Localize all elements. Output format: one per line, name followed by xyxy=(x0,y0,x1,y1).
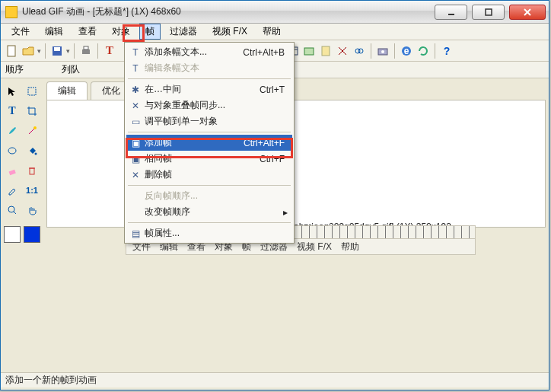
text-icon: T xyxy=(8,105,15,117)
link-icon xyxy=(353,45,365,57)
globe-icon: e xyxy=(400,45,412,57)
svg-rect-26 xyxy=(9,170,16,175)
child-menu-help[interactable]: 帮助 xyxy=(341,241,359,253)
eyedropper-tool[interactable] xyxy=(4,182,21,199)
toolbar-button[interactable] xyxy=(335,43,350,59)
new-doc-icon xyxy=(5,45,18,57)
maximize-icon xyxy=(484,8,493,17)
text-tool[interactable]: T xyxy=(4,103,21,120)
zoom-tool[interactable] xyxy=(4,202,21,218)
hand-tool[interactable] xyxy=(24,202,40,218)
minimize-button[interactable] xyxy=(435,5,467,20)
print-button[interactable] xyxy=(78,43,94,59)
svg-rect-8 xyxy=(84,46,88,49)
menuitem-add-banner-text[interactable]: T 添加条幅文本... Ctrl+Alt+B xyxy=(126,44,292,60)
eraser-tool[interactable] xyxy=(4,162,21,179)
svg-point-23 xyxy=(33,126,37,129)
menuitem-delete-frame[interactable]: ✕ 删除帧 xyxy=(126,167,292,183)
help-button[interactable]: ? xyxy=(439,43,454,59)
wand-tool[interactable] xyxy=(24,123,40,139)
clipboard-icon xyxy=(320,45,332,57)
svg-rect-6 xyxy=(54,47,60,51)
subbar-order-label: 顺序 xyxy=(5,63,24,76)
toolbar-button[interactable] xyxy=(318,43,333,59)
child-menu-videofx[interactable]: 视频 F/X xyxy=(297,241,332,253)
bucket-tool[interactable] xyxy=(24,142,40,159)
menu-filters[interactable]: 过滤器 xyxy=(164,24,203,40)
svg-rect-4 xyxy=(8,46,15,56)
same-frame-icon: ▣ xyxy=(129,153,142,165)
menu-frame[interactable]: 帧 xyxy=(139,24,161,40)
cut-icon xyxy=(336,45,349,57)
save-disk-icon xyxy=(51,45,63,57)
camera-icon xyxy=(377,45,389,57)
web-button[interactable]: e xyxy=(399,43,414,59)
menuitem-sync[interactable]: ✕ 与对象重叠帧同步... xyxy=(126,97,292,113)
brush-icon xyxy=(7,126,18,136)
menuitem-change-order[interactable]: 改变帧顺序 xyxy=(126,204,292,220)
background-color-swatch[interactable] xyxy=(24,226,40,243)
svg-rect-1 xyxy=(486,9,492,15)
foreground-color-swatch[interactable] xyxy=(4,226,21,243)
window-controls xyxy=(435,5,546,20)
text-add-icon: T xyxy=(129,46,142,59)
title-bar: Ulead GIF 动画 - [无标题*] (1X) 468x60 xyxy=(1,1,549,24)
hand-icon xyxy=(27,205,37,215)
menuitem-same-frame[interactable]: ▣ 相同帧 Ctrl+F xyxy=(126,151,292,167)
eraser-icon xyxy=(7,165,18,176)
tab-edit[interactable]: 编辑 xyxy=(46,81,88,100)
marquee-tool[interactable] xyxy=(24,83,40,100)
marquee-icon xyxy=(27,86,37,97)
toolbar-button[interactable] xyxy=(352,43,367,59)
save-button[interactable] xyxy=(49,43,65,59)
props-icon: ▤ xyxy=(129,228,142,240)
ellipse-icon xyxy=(7,145,18,156)
zoom-actual-tool[interactable]: 1:1 xyxy=(24,182,40,199)
workspace-tabs: 编辑 优化 xyxy=(46,81,546,100)
app-icon xyxy=(5,6,18,18)
toolbar-button[interactable] xyxy=(301,43,317,59)
crop-tool[interactable] xyxy=(24,103,40,120)
shortcut-label: Ctrl+Alt+B xyxy=(243,47,292,58)
close-button[interactable] xyxy=(509,5,546,20)
svg-point-24 xyxy=(8,148,16,154)
toolbar-button[interactable] xyxy=(375,43,390,59)
svg-rect-27 xyxy=(30,168,34,174)
pointer-tool[interactable] xyxy=(4,83,21,100)
print-icon xyxy=(80,45,92,57)
crop-icon xyxy=(27,106,37,116)
frame-menu-dropdown: T 添加条幅文本... Ctrl+Alt+B T 编辑条幅文本 ✱ 在…中间 C… xyxy=(124,42,295,244)
canvas-area[interactable] xyxy=(46,100,546,228)
menu-help[interactable]: 帮助 xyxy=(256,24,287,40)
zoom-11-icon: 1:1 xyxy=(26,186,38,195)
open-button[interactable] xyxy=(21,43,36,59)
trash-tool[interactable] xyxy=(24,162,40,179)
menuitem-add-frame[interactable]: ▣ 添加帧 Ctrl+Alt+F xyxy=(126,135,292,151)
menuitem-between[interactable]: ✱ 在…中间 Ctrl+T xyxy=(126,81,292,97)
menu-view[interactable]: 查看 xyxy=(72,24,103,40)
menu-bar: 文件 编辑 查看 对象 帧 过滤器 视频 F/X 帮助 xyxy=(1,24,549,40)
svg-text:e: e xyxy=(404,46,409,56)
new-button[interactable] xyxy=(4,43,19,59)
brush-tool[interactable] xyxy=(4,123,21,139)
menu-file[interactable]: 文件 xyxy=(5,24,36,40)
ellipse-tool[interactable] xyxy=(4,142,21,159)
trash-icon xyxy=(27,165,37,176)
maximize-button[interactable] xyxy=(472,5,505,20)
menuitem-frame-props[interactable]: ▤ 帧属性... xyxy=(126,225,292,241)
text-button[interactable]: T xyxy=(102,43,117,59)
menuitem-edit-banner-text: T 编辑条幅文本 xyxy=(126,60,292,76)
menu-object[interactable]: 对象 xyxy=(106,24,136,40)
menu-edit[interactable]: 编辑 xyxy=(39,24,69,40)
svg-rect-21 xyxy=(28,88,36,95)
svg-point-16 xyxy=(358,49,363,53)
menu-videofx[interactable]: 视频 F/X xyxy=(206,24,253,40)
menuitem-flatten[interactable]: ▭ 调平帧到单一对象 xyxy=(126,113,292,129)
shortcut-label: Ctrl+Alt+F xyxy=(244,138,292,148)
text-edit-icon: T xyxy=(129,62,142,75)
toolbar-button[interactable] xyxy=(416,43,431,59)
status-text: 添加一个新的帧到动画 xyxy=(5,374,97,387)
menuitem-reverse-order: 反向帧顺序... xyxy=(126,188,292,204)
menu-separator xyxy=(128,132,291,132)
capture-icon xyxy=(303,45,315,57)
